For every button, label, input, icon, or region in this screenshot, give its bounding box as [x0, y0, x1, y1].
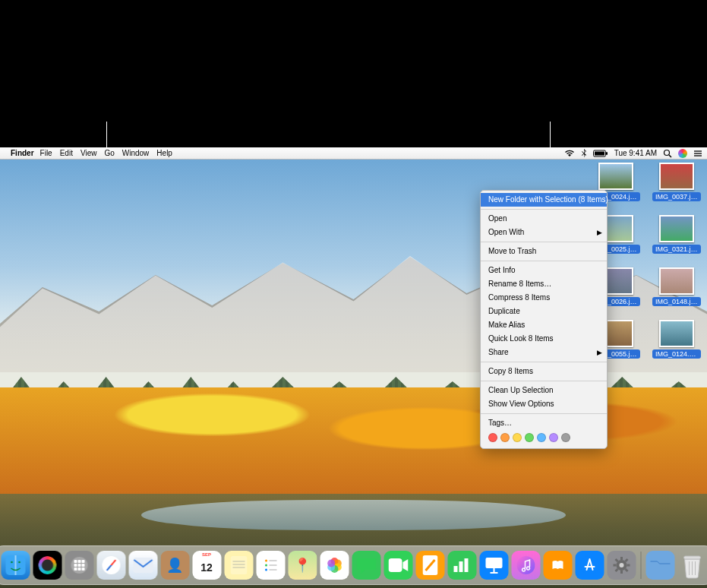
tag-yellow[interactable] [513, 433, 522, 442]
menu-go[interactable]: Go [104, 149, 114, 157]
ctx-separator [481, 362, 607, 362]
menu-view[interactable]: View [80, 149, 97, 157]
battery-icon[interactable] [593, 150, 608, 157]
app-menu[interactable]: Finder [11, 149, 34, 157]
svg-point-59 [619, 563, 623, 567]
dock-ibooks[interactable] [543, 551, 572, 580]
ctx-copy[interactable]: Copy 8 Items [481, 365, 607, 378]
ctx-tag-colors [481, 430, 607, 446]
dock-notes[interactable] [224, 551, 253, 580]
dock: 👤 SEP12 📍 [0, 545, 707, 585]
file-icon[interactable]: IMG_0321.jpg [652, 215, 701, 254]
chevron-right-icon: ▶ [597, 227, 602, 238]
ctx-show-view-options[interactable]: Show View Options [481, 397, 607, 411]
svg-rect-39 [388, 558, 402, 572]
dock-system-preferences[interactable] [607, 551, 636, 580]
menu-bar: Finder File Edit View Go Window Help Tue… [0, 147, 707, 160]
file-icon[interactable]: IMG_0037.jpg [652, 163, 701, 201]
svg-rect-12 [74, 560, 77, 563]
svg-rect-43 [464, 558, 468, 572]
svg-line-57 [625, 559, 627, 561]
context-menu: New Folder with Selection (8 Items) Open… [480, 190, 608, 449]
tag-red[interactable] [488, 433, 497, 442]
dock-siri[interactable] [33, 551, 62, 580]
dock-separator [640, 552, 641, 579]
tag-green[interactable] [525, 433, 534, 442]
svg-line-56 [625, 569, 627, 571]
ctx-share[interactable]: Share▶ [481, 346, 607, 359]
tag-blue[interactable] [537, 433, 546, 442]
menu-help[interactable]: Help [156, 149, 172, 157]
ctx-move-to-trash[interactable]: Move to Trash [481, 245, 607, 258]
spotlight-icon[interactable] [663, 149, 672, 158]
file-name: IMG_0148.jpg [652, 297, 701, 306]
svg-rect-44 [485, 558, 502, 568]
dock-messages[interactable] [352, 551, 380, 580]
dock-trash[interactable] [677, 551, 706, 580]
ctx-separator [481, 261, 607, 261]
ctx-compress[interactable]: Compress 8 Items [481, 291, 607, 305]
clock[interactable]: Tue 9:41 AM [614, 149, 657, 157]
svg-rect-15 [74, 564, 77, 567]
file-name: IMG_0321.jpg [652, 245, 701, 254]
dock-downloads[interactable] [645, 551, 674, 580]
dock-contacts[interactable]: 👤 [160, 551, 189, 580]
tag-gray[interactable] [561, 433, 570, 442]
dock-mail[interactable] [128, 551, 157, 580]
dock-pages[interactable] [415, 551, 444, 580]
ctx-quick-look[interactable]: Quick Look 8 Items [481, 332, 607, 346]
dock-maps[interactable]: 📍 [288, 551, 317, 580]
notification-center-icon[interactable] [693, 150, 702, 157]
svg-rect-19 [77, 567, 80, 571]
dock-safari[interactable] [96, 551, 125, 580]
tag-orange[interactable] [500, 433, 510, 442]
ctx-make-alias[interactable]: Make Alias [481, 318, 607, 332]
svg-point-27 [265, 560, 267, 562]
siri-icon[interactable] [678, 149, 687, 158]
chevron-right-icon: ▶ [597, 347, 602, 358]
tag-purple[interactable] [549, 433, 558, 442]
ctx-separator [481, 413, 607, 414]
dock-app-store[interactable] [575, 551, 604, 580]
svg-point-38 [327, 560, 335, 567]
svg-line-58 [615, 569, 617, 571]
ctx-duplicate[interactable]: Duplicate [481, 305, 607, 318]
dock-numbers[interactable] [447, 551, 476, 580]
desktop[interactable]: Finder File Edit View Go Window Help Tue… [0, 147, 707, 588]
ctx-separator [481, 381, 607, 381]
svg-rect-41 [453, 566, 457, 572]
ctx-tags[interactable]: Tags… [481, 416, 607, 430]
menu-file[interactable]: File [40, 149, 52, 157]
menu-window[interactable]: Window [122, 149, 150, 157]
ctx-get-info[interactable]: Get Info [481, 264, 607, 277]
svg-point-9 [11, 561, 13, 564]
dock-finder[interactable] [1, 551, 30, 580]
svg-rect-21 [133, 558, 153, 573]
dock-keynote[interactable] [479, 551, 508, 580]
dock-photos[interactable] [320, 551, 349, 580]
file-icon[interactable]: IMG_0124.m4v [652, 320, 701, 359]
ctx-new-folder-with-selection[interactable]: New Folder with Selection (8 Items) [481, 193, 607, 207]
ctx-open-with[interactable]: Open With▶ [481, 226, 607, 239]
file-icon[interactable]: IMG_0148.jpg [652, 267, 701, 306]
dock-reminders[interactable] [256, 551, 285, 580]
svg-rect-17 [81, 564, 84, 567]
file-name: IMG_0037.jpg [652, 192, 701, 201]
dock-itunes[interactable] [511, 551, 540, 580]
dock-calendar[interactable]: SEP12 [192, 551, 221, 580]
svg-rect-22 [230, 556, 247, 574]
dock-facetime[interactable] [383, 551, 412, 580]
svg-rect-16 [77, 564, 80, 567]
menu-edit[interactable]: Edit [60, 149, 73, 157]
file-name: IMG_0124.m4v [652, 349, 701, 359]
svg-rect-1 [595, 151, 604, 155]
dock-launchpad[interactable] [65, 551, 93, 580]
svg-rect-20 [81, 567, 84, 571]
svg-point-29 [265, 569, 267, 571]
ctx-open[interactable]: Open [481, 212, 607, 226]
ctx-clean-up-selection[interactable]: Clean Up Selection [481, 384, 607, 397]
wifi-icon[interactable] [564, 150, 575, 157]
bluetooth-icon[interactable] [581, 149, 587, 158]
svg-rect-60 [683, 556, 700, 559]
ctx-rename[interactable]: Rename 8 Items… [481, 277, 607, 291]
